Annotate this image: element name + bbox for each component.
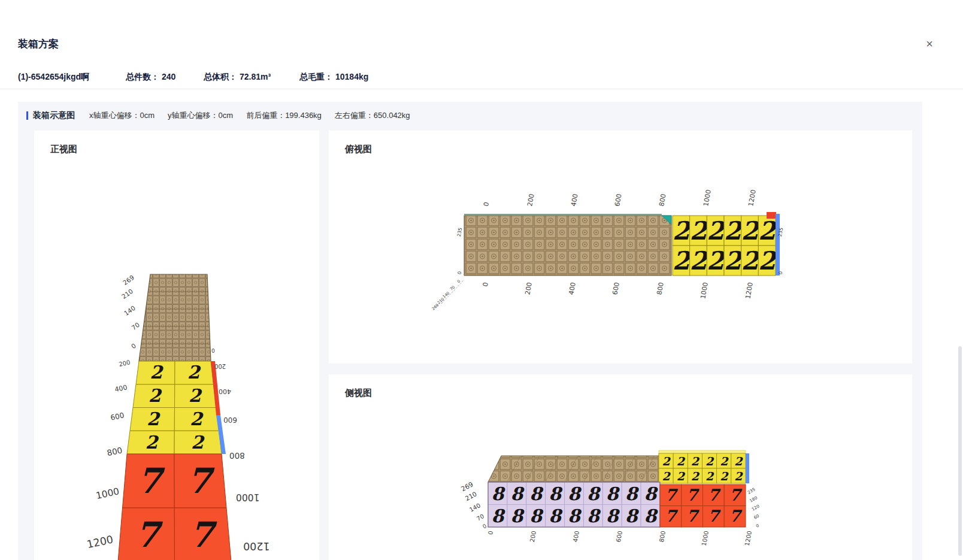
svg-text:7: 7 [729,507,743,525]
page-title: 装箱方案 [18,37,59,51]
stat-left-right-value: 650.042kg [374,111,410,120]
side-view-chart: 2222222222228888888888888888887777777726… [329,374,912,560]
total-pieces: 总件数：240 [126,72,175,83]
svg-text:8: 8 [568,505,582,526]
svg-text:120: 120 [751,504,761,512]
svg-text:1000: 1000 [236,492,259,503]
top-view-title: 俯视图 [345,144,372,155]
total-weight-value: 10184kg [335,72,368,81]
svg-text:70: 70 [130,321,141,332]
svg-text:235: 235 [777,227,785,237]
svg-text:8: 8 [644,505,659,526]
svg-text:200: 200 [529,530,537,543]
svg-text:140: 140 [442,290,451,299]
svg-text:2: 2 [734,455,743,468]
svg-text:0: 0 [482,201,490,207]
svg-text:8: 8 [510,505,525,526]
front-view-card: 正视图 222222227777269210140700020020040040… [34,131,319,560]
stat-y-offset: y轴重心偏移：0cm [168,110,233,121]
svg-text:0: 0 [130,342,137,350]
side-view-card: 侧视图 222222222222888888888888888888777777… [329,374,912,560]
svg-text:600: 600 [611,281,621,295]
header-divider [0,89,963,89]
svg-text:269: 269 [122,274,135,286]
svg-text:2: 2 [147,408,160,429]
svg-text:7: 7 [135,514,163,555]
stat-x-offset-value: 0cm [140,111,155,120]
svg-text:2: 2 [705,470,714,483]
svg-text:8: 8 [549,483,563,504]
svg-text:70: 70 [449,284,456,291]
svg-text:800: 800 [658,530,667,543]
svg-text:8: 8 [644,483,659,504]
svg-text:200: 200 [118,359,131,368]
svg-text:2: 2 [734,470,743,483]
svg-text:400: 400 [114,383,128,393]
svg-text:2: 2 [691,455,700,468]
stat-left-right: 左右偏重：650.042kg [335,110,410,121]
svg-text:400: 400 [570,193,579,207]
svg-text:7: 7 [138,461,166,501]
svg-text:200: 200 [526,193,535,207]
svg-text:0: 0 [482,281,490,287]
svg-text:8: 8 [625,483,640,504]
total-volume-label: 总体积： [204,72,237,81]
svg-text:2: 2 [724,216,743,246]
svg-text:2: 2 [187,362,201,383]
summary-row: (1)-6542654jkgd啊 总件数：240 总体积：72.81m³ 总毛重… [0,72,963,85]
total-pieces-label: 总件数： [126,72,159,81]
svg-text:600: 600 [615,530,623,543]
svg-text:200: 200 [214,363,226,370]
svg-text:800: 800 [656,281,665,295]
front-view-chart: 2222222277772692101407000200200400400600… [34,131,319,560]
svg-text:2: 2 [720,470,729,483]
svg-text:800: 800 [658,193,667,207]
svg-text:7: 7 [708,486,721,504]
svg-text:140: 140 [468,502,482,513]
svg-text:200: 200 [524,281,534,295]
svg-text:400: 400 [219,388,231,395]
svg-text:1200: 1200 [744,530,753,546]
stat-front-back-value: 199.436kg [285,111,322,120]
svg-text:60: 60 [753,513,761,520]
svg-text:800: 800 [229,451,245,461]
plan-name: (1)-6542654jkgd啊 [18,72,89,83]
svg-text:2: 2 [720,455,729,468]
svg-text:1200: 1200 [747,189,758,207]
svg-text:2: 2 [689,246,708,276]
svg-text:1000: 1000 [701,530,710,546]
svg-text:70: 70 [476,513,485,522]
section-header: 装箱示意图 x轴重心偏移：0cm y轴重心偏移：0cm 前后偏重：199.436… [26,110,423,121]
svg-text:2: 2 [662,470,671,483]
top-view-chart: 2222222222220020020040040060060080080010… [329,131,912,364]
svg-text:1000: 1000 [702,189,713,207]
total-volume: 总体积：72.81m³ [204,72,271,83]
svg-text:2: 2 [691,470,700,483]
svg-text:8: 8 [529,505,544,526]
svg-text:2: 2 [677,470,686,483]
svg-text:0: 0 [778,271,784,275]
diagram-area: 装箱示意图 x轴重心偏移：0cm y轴重心偏移：0cm 前后偏重：199.436… [18,102,922,560]
svg-text:2: 2 [724,246,743,276]
svg-text:1000: 1000 [95,486,120,501]
svg-text:8: 8 [529,483,544,504]
svg-text:2: 2 [191,432,205,453]
svg-text:1200: 1200 [86,533,114,550]
svg-text:7: 7 [686,486,699,504]
svg-text:7: 7 [665,486,678,504]
svg-text:600: 600 [613,193,623,207]
svg-text:8: 8 [568,483,582,504]
svg-text:0: 0 [457,271,463,275]
section-title: 装箱示意图 [33,110,75,121]
svg-text:2: 2 [150,362,163,383]
svg-text:2: 2 [149,385,162,406]
svg-text:400: 400 [572,530,580,543]
svg-text:1200: 1200 [744,281,755,299]
close-icon[interactable]: × [926,38,933,50]
total-weight: 总毛重：10184kg [299,72,368,83]
svg-text:7: 7 [665,507,678,525]
stat-x-offset: x轴重心偏移：0cm [89,110,155,121]
stat-y-offset-label: y轴重心偏移： [168,111,219,120]
scrollbar[interactable] [958,346,962,556]
svg-text:2: 2 [707,216,726,246]
